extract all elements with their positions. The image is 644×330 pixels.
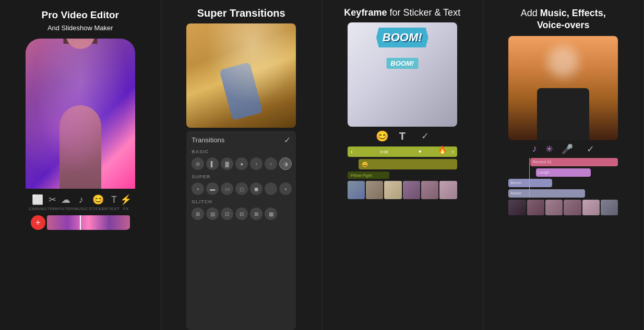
super-4[interactable]: ◻: [235, 182, 248, 195]
check-icon[interactable]: ✓: [284, 135, 291, 145]
section-super: SUPER: [192, 174, 291, 179]
kf-thumb-4: [403, 181, 420, 199]
transitions-panel: Transitions ✓ BASIC ⊘ ▌ ▓ ● › ‹ ◑ SUPER …: [186, 131, 296, 330]
panel1-title-area: Pro Video Editor And Slideshow Maker: [33, 0, 127, 39]
super-5[interactable]: ◼: [250, 182, 263, 195]
head: [66, 39, 94, 49]
boom-sticker-2: BOOM!: [386, 58, 418, 69]
trans-fade[interactable]: ▌: [206, 157, 219, 170]
track-music[interactable]: Music: [508, 189, 585, 198]
super-3[interactable]: ▭: [221, 182, 233, 195]
trans-circle[interactable]: ●: [235, 157, 248, 170]
panel3-title: Keyframe for Sticker & Text: [344, 7, 460, 18]
mic-icon[interactable]: 🎤: [562, 143, 573, 155]
panel4-title-area: Add Music, Effects, Voice-overs: [512, 0, 614, 36]
skater-image: [186, 23, 296, 128]
fx-icon: ⚡: [120, 194, 132, 205]
toolbar-filter[interactable]: ☁ FILTER: [58, 194, 74, 211]
trans-selected[interactable]: ◑: [279, 157, 292, 170]
toolbar-music[interactable]: ♪ MUSIC: [74, 194, 88, 211]
boom-label: Boom: [510, 180, 521, 185]
music-timeline: ♪ ✳ 🎤 ✓ Record 01 Laugh Boom Music: [508, 143, 618, 330]
effects-icon[interactable]: ✳: [545, 143, 553, 155]
fire-icon: 🔥: [438, 145, 447, 154]
section-glitch: GLITCH: [192, 199, 291, 204]
super-7[interactable]: ▪: [279, 182, 292, 195]
panel3-title-bold: Keyframe: [344, 7, 387, 18]
panel3-title-area: Keyframe for Sticker & Text: [336, 0, 469, 22]
panel-music: Add Music, Effects, Voice-overs ♪ ✳ 🎤 ✓ …: [483, 0, 645, 330]
bold-line1: Music, Effects,: [540, 8, 606, 18]
trans-blur[interactable]: ▓: [221, 157, 233, 170]
kf-thumbnails: [348, 181, 457, 199]
music-thumb-5: [582, 200, 600, 215]
music-thumb-4: [564, 200, 581, 215]
filter-label: FILTER: [58, 206, 74, 211]
toolbar-canvas[interactable]: ⬜ CANVAS: [29, 194, 46, 211]
kf-icons-row: 😊 T ✓: [348, 130, 457, 142]
glitch-5[interactable]: ⊠: [250, 207, 263, 220]
skater-figure: [219, 62, 263, 120]
super-2[interactable]: ▬: [206, 182, 219, 195]
glitch-1[interactable]: ⊞: [192, 207, 204, 220]
canvas-label: CANVAS: [29, 206, 46, 211]
track-boom[interactable]: Boom: [508, 179, 552, 187]
body: [59, 105, 101, 189]
arrow-left-icon: ‹: [351, 148, 353, 155]
phone-hands: [537, 88, 589, 140]
music-thumb-2: [527, 200, 544, 215]
text-icon: T: [111, 194, 117, 205]
music-note-icon[interactable]: ♪: [532, 143, 537, 154]
glitch-4[interactable]: ⊟: [235, 207, 248, 220]
super-6[interactable]: ◾: [265, 182, 277, 195]
music-label: MUSIC: [74, 206, 88, 211]
trim-icon: ✂: [49, 194, 56, 205]
panel1-toolbar: ⬜ CANVAS ✂ TRIM ☁ FILTER ♪ MUSIC: [26, 189, 135, 231]
glitch-3[interactable]: ⊡: [221, 207, 233, 220]
toolbar-text[interactable]: T TEXT: [109, 194, 120, 211]
boom-sticker-1: BOOM!: [376, 28, 428, 47]
add-button[interactable]: +: [31, 215, 45, 230]
kf-track-2[interactable]: 😄: [359, 159, 457, 169]
toolbar-fx[interactable]: ⚡ FX: [120, 194, 132, 211]
trans-right[interactable]: ›: [250, 157, 263, 170]
toolbar-trim[interactable]: ✂ TRIM: [47, 194, 58, 211]
filmstrip[interactable]: [47, 215, 130, 230]
timeline-line: [529, 158, 530, 198]
music-toolbar-icon: ♪: [79, 194, 84, 205]
face-icon: 😄: [362, 162, 368, 167]
music-thumb-1: [508, 200, 526, 215]
music-thumb-3: [545, 200, 563, 215]
panel1-screen: ⬜ CANVAS ✂ TRIM ☁ FILTER ♪ MUSIC: [26, 39, 135, 231]
track-laugh[interactable]: Laugh: [536, 168, 591, 177]
section-basic: BASIC: [192, 149, 291, 154]
transitions-header: Transitions ✓: [192, 135, 291, 145]
concert-image: [508, 36, 618, 140]
panel1-title: Pro Video Editor And Slideshow Maker: [41, 9, 119, 33]
kf-check-icon[interactable]: ✓: [421, 130, 429, 142]
transitions-label: Transitions: [192, 136, 224, 144]
record-label: Record 01: [532, 160, 552, 164]
canvas-icon: ⬜: [32, 194, 43, 205]
super-1[interactable]: ▪: [192, 182, 204, 195]
panel1-phone-frame: ⬜ CANVAS ✂ TRIM ☁ FILTER ♪ MUSIC: [26, 39, 135, 231]
toolbar-sticker[interactable]: 😊 STICKER: [89, 194, 108, 211]
super-grid: ▪ ▬ ▭ ◻ ◼ ◾ ▪: [192, 182, 291, 195]
trans-none[interactable]: ⊘: [192, 157, 204, 170]
emoji-icon[interactable]: 😊: [376, 130, 389, 142]
panel4-title: Add Music, Effects, Voice-overs: [521, 7, 606, 32]
music-check-icon[interactable]: ✓: [587, 143, 594, 155]
kf-track-area: ‹ 0:08 ▼ › 🔥 😄 Pillow Fight: [348, 146, 457, 199]
trans-left[interactable]: ‹: [265, 157, 277, 170]
glitch-6[interactable]: ▦: [265, 207, 277, 220]
kf-thumb-2: [366, 181, 383, 199]
track-record[interactable]: Record 01: [530, 158, 618, 166]
panel3-title-regular: for Sticker & Text: [389, 7, 460, 18]
kf-track-1[interactable]: ‹ 0:08 ▼ › 🔥: [348, 146, 457, 157]
text-kf-icon[interactable]: T: [399, 130, 406, 142]
music-track-area: Record 01 Laugh Boom Music: [508, 158, 618, 198]
kf-thumb-5: [421, 181, 438, 199]
glitch-2[interactable]: ▤: [206, 207, 219, 220]
panel2-title: Super Transitions: [197, 7, 285, 19]
music-icons-row: ♪ ✳ 🎤 ✓: [508, 143, 618, 155]
